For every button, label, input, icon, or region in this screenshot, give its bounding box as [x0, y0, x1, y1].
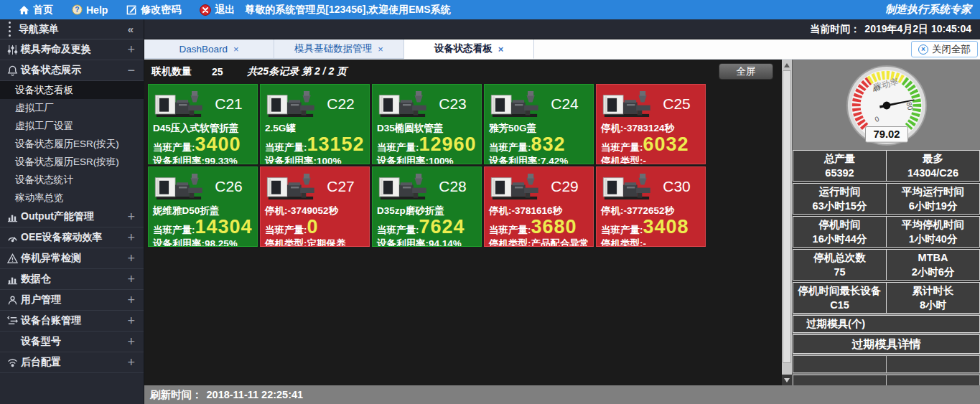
tab-close-icon[interactable]: × [378, 44, 383, 55]
device-line3: 停机类型:- [601, 155, 701, 164]
fullscreen-button[interactable]: 全屏 [719, 63, 773, 80]
help-label: Help [86, 4, 108, 16]
shift-output-label: 当班产量: [265, 141, 307, 154]
tab-close-icon[interactable]: × [233, 44, 239, 55]
sidebar-group-label: OEE设备稼动效率 [21, 231, 103, 244]
tabs: DashBoard×模具基础数据管理×设备状态看板× [144, 39, 534, 59]
sidebar-group-8[interactable]: 设备型号+ [0, 332, 144, 352]
expand-toggle-icon[interactable]: + [127, 334, 135, 349]
expand-toggle-icon[interactable]: + [127, 272, 135, 287]
stats-panel: 稼动率 0 40 80 79.02 总产量65392最多1430 [792, 60, 980, 385]
home-label: 首页 [33, 4, 53, 17]
machine-photo [153, 88, 205, 121]
device-card-C22[interactable]: C222.5G罐当班产量:13152设备利用率:100% [260, 84, 370, 164]
expand-toggle-icon[interactable]: + [127, 210, 135, 225]
shift-output-label: 当班产量: [377, 141, 419, 154]
sidebar-item[interactable]: 设备状态统计 [0, 171, 144, 189]
tab-label: 设备状态看板 [434, 42, 493, 55]
shift-output-label: 当班产量: [153, 224, 195, 237]
sidebar-collapse-button[interactable]: « [128, 23, 134, 35]
right-column: 当前时间： 2019年4月2日 10:45:04 DashBoard×模具基础数… [144, 19, 980, 404]
sidebar-group-0[interactable]: 模具寿命及更换+ [0, 39, 144, 60]
tab-close-icon[interactable]: × [498, 44, 504, 55]
change-password-label: 修改密码 [141, 4, 181, 17]
expired-detail-cell [886, 355, 980, 373]
shift-output-label: 当班产量: [489, 141, 531, 154]
sidebar-item[interactable]: 虚拟工厂设置 [0, 117, 144, 135]
device-card-C28[interactable]: C28D35zp磨砂折盖当班产量:7624设备利用率:94.14% [372, 166, 482, 247]
scroll-up-arrow-icon[interactable] [782, 60, 792, 70]
expand-toggle-icon[interactable]: + [127, 355, 135, 370]
shift-output-value: 7624 [419, 218, 465, 236]
sidebar-group-3[interactable]: OEE设备稼动效率+ [0, 227, 144, 248]
sidebar-group-6[interactable]: 用户管理+ [0, 290, 144, 311]
sidebar-group-1[interactable]: 设备状态展示− [0, 60, 144, 81]
device-card-C24[interactable]: C24雅芳50G盖当班产量:832设备利用率:7.42% [484, 84, 594, 164]
stats-value: 1小时40分 [887, 232, 979, 246]
tab[interactable]: DashBoard× [144, 39, 274, 59]
ledger-icon [5, 316, 19, 327]
tab[interactable]: 模具基础数据管理× [274, 39, 404, 59]
device-line3: 设备利用率:100% [377, 155, 477, 164]
sidebar-group-label: 后台配置 [21, 356, 61, 369]
stats-value: 75 [793, 265, 886, 279]
close-all-label: 关闭全部 [932, 43, 971, 56]
device-card-C26[interactable]: C26妮维雅D50折盖当班产量:14304设备利用率:98.25% [148, 166, 258, 247]
sidebar-group-label: 停机异常检测 [21, 252, 81, 265]
help-icon: ? [72, 4, 83, 15]
sidebar-group-5[interactable]: 数据仓+ [0, 269, 144, 290]
sidebar-group-9[interactable]: 后台配置+ [0, 352, 144, 373]
sidebar-item[interactable]: 设备状态履历ESR(按班) [0, 153, 144, 171]
device-card-C21[interactable]: C21D45压入式软管折盖当班产量:3400设备利用率:99.33% [148, 84, 258, 164]
refresh-time-value: 2018-11-11 22:25:41 [207, 389, 304, 400]
device-id: C24 [541, 95, 589, 113]
device-board-panel: 联机数量 25 共25条记录 第 2 / 2 页 全屏 C21D45压入式软管折… [144, 60, 792, 385]
vertical-scrollbar[interactable] [782, 60, 792, 385]
shift-output-label: 当班产量: [265, 224, 307, 237]
close-all-icon: × [918, 44, 928, 55]
shift-output-label: 当班产量: [377, 224, 419, 237]
expired-detail-cell [793, 355, 887, 373]
sidebar-group-label: 设备型号 [21, 335, 61, 348]
home-button[interactable]: 首页 [19, 4, 53, 17]
device-card-C30[interactable]: C30停机:-3772652秒当班产量:3408停机类型:- [596, 166, 706, 247]
expand-toggle-icon[interactable]: + [127, 293, 135, 308]
expand-toggle-icon[interactable]: + [127, 42, 135, 57]
gauge-value: 79.02 [873, 128, 900, 140]
svg-text:?: ? [75, 6, 79, 14]
shift-output-value: 12960 [419, 136, 477, 154]
shift-output-value: 14304 [195, 218, 253, 236]
logout-button[interactable]: 退出 [200, 4, 235, 17]
expand-toggle-icon[interactable]: + [127, 230, 135, 245]
expand-toggle-icon[interactable]: + [127, 251, 135, 266]
scrollbar-thumb[interactable] [783, 70, 791, 363]
scroll-down-arrow-icon[interactable] [782, 375, 792, 385]
expand-toggle-icon[interactable]: − [127, 63, 135, 78]
sidebar-item[interactable]: 设备状态看板 [0, 81, 144, 99]
sidebar-group-label: Output产能管理 [21, 210, 94, 223]
sidebar-item[interactable]: 设备状态履历ESR(按天) [0, 135, 144, 153]
sidebar-group-2[interactable]: Output产能管理+ [0, 207, 144, 227]
device-card-C23[interactable]: C23D35椭圆软管盖当班产量:12960设备利用率:100% [372, 84, 482, 164]
expired-detail-cell [886, 375, 980, 385]
sidebar-group-4[interactable]: 停机异常检测+ [0, 248, 144, 269]
expand-toggle-icon[interactable]: + [127, 314, 135, 329]
bar-chart-icon [5, 274, 19, 285]
sidebar-item[interactable]: 虚拟工厂 [0, 99, 144, 117]
change-password-button[interactable]: 修改密码 [126, 4, 181, 17]
help-button[interactable]: ? Help [72, 4, 108, 16]
close-all-button[interactable]: × 关闭全部 [911, 41, 978, 57]
brand-text: 制造执行系统专家 [885, 3, 971, 17]
expired-detail-cell [793, 375, 887, 385]
sidebar-group-7[interactable]: 设备台账管理+ [0, 311, 144, 332]
device-card-C27[interactable]: C27停机:-3749052秒当班产量:0停机类型:定期保养 [260, 166, 370, 247]
sidebar-item[interactable]: 稼动率总览 [0, 189, 144, 207]
device-card-C29[interactable]: C29停机:-3781616秒当班产量:3680停机类型:产品配合异常 [484, 166, 594, 247]
device-card-C25[interactable]: C25停机:-3783124秒当班产量:6032停机类型:- [596, 84, 706, 164]
stats-cell: MTBA2小时6分 [886, 249, 980, 281]
timebar: 当前时间： 2019年4月2日 10:45:04 [144, 19, 980, 39]
device-id: C29 [541, 178, 589, 195]
shift-output-label: 当班产量: [153, 141, 195, 154]
stats-row: 总产量65392最多14304/C26 [793, 150, 980, 182]
tab[interactable]: 设备状态看板× [404, 39, 534, 59]
